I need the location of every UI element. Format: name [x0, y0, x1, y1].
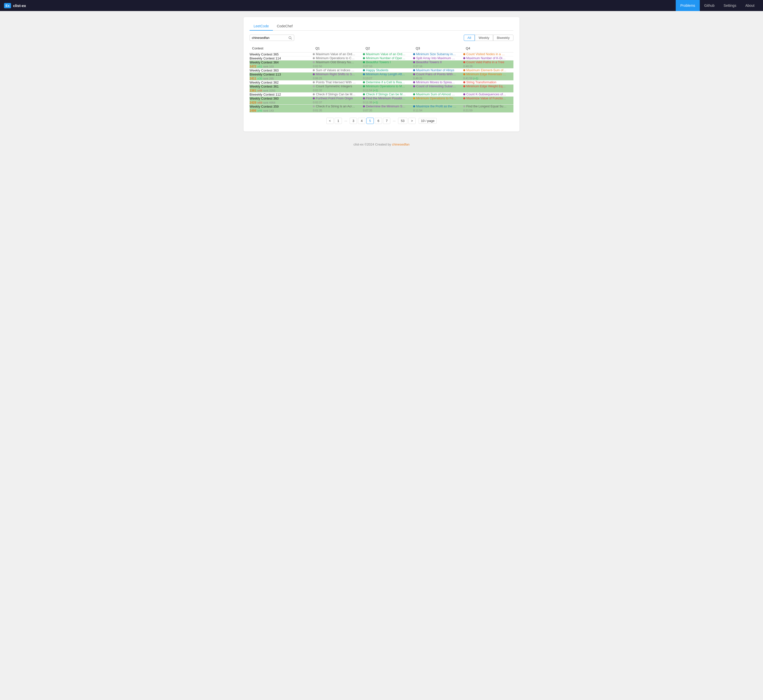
- problem-link[interactable]: Minimum Moves to Spread Stone...: [416, 81, 456, 84]
- problem-cell: Minimum Size Subarray in Infinite...: [413, 52, 463, 56]
- page-53[interactable]: 53: [398, 118, 407, 124]
- page-4[interactable]: 4: [358, 118, 365, 124]
- problem-link[interactable]: Split Array Into Maximum Numbe...: [416, 56, 456, 60]
- th-contest: Contest: [250, 44, 313, 52]
- page-1[interactable]: 1: [335, 118, 342, 124]
- problem-link[interactable]: Find the Minimum Possible Sum ...: [366, 97, 406, 100]
- problem-link[interactable]: Points That Intersect With Cars: [316, 81, 356, 84]
- problem-link[interactable]: Maximize Value of Function in a ...: [466, 97, 506, 100]
- problem-link[interactable]: Determine if a Cell Is Reachable ...: [366, 81, 406, 84]
- problem-link[interactable]: Beautiful Towers I: [366, 61, 390, 64]
- problem-link[interactable]: Determine the Minimum Sum of ...: [366, 105, 406, 108]
- problem-cell: Minimum Moves to Spread Stone...: [413, 81, 463, 84]
- nav-about[interactable]: About: [741, 0, 759, 11]
- nav-settings[interactable]: Settings: [719, 0, 741, 11]
- problem-link[interactable]: Check if Strings Can be Made Eq...: [366, 92, 406, 96]
- filter-all[interactable]: All: [464, 34, 475, 41]
- table-row: Weekly Contest 3612381 ∨48 rank 3250 Cou…: [250, 84, 513, 92]
- problem-link[interactable]: Minimum Edge Reversals So Ever: [466, 72, 506, 76]
- problem-link[interactable]: Maximum Number of K-Divisible ...: [466, 56, 506, 60]
- th-q3: Q3: [413, 44, 463, 52]
- problem-cell: Maximum Value of an Ordered Tri...: [313, 52, 363, 56]
- pagination: < 1 ··· 3 4 5 6 7 ··· 53 > 10 / page: [250, 118, 513, 124]
- problem-link[interactable]: Count Symmetric Integers: [316, 84, 352, 88]
- problem-link[interactable]: Minimum Number of Operations t...: [366, 56, 406, 60]
- problem-link[interactable]: Maximum Value of an Ordered Tri...: [316, 52, 356, 56]
- filter-biweekly[interactable]: Biweekly: [493, 34, 513, 41]
- contest-name: Weekly Contest 365: [250, 52, 313, 56]
- problem-cell: Maximum Sum of Almost Unique ...: [413, 92, 463, 96]
- footer-text: clist-ex ©2024 Created by: [353, 142, 392, 146]
- problem-cell: Maximize Value of Function in a ...: [463, 97, 513, 100]
- problem-cell: Maximum Element-Sum of a Co...: [463, 69, 513, 72]
- problem-link[interactable]: Beautiful Towers II: [416, 61, 442, 64]
- problem-cell: Determine if a Cell Is Reachable ...: [363, 81, 413, 84]
- page-7[interactable]: 7: [383, 118, 390, 124]
- problem-cell: Furthest Point From Origin 0:02:37: [313, 97, 363, 104]
- problem-link[interactable]: Count K-Subsequences of a Strin...: [466, 92, 506, 96]
- problem-link[interactable]: Maximize the Profit as the Sales...: [416, 105, 456, 108]
- tab-leetcode[interactable]: LeetCode: [250, 22, 273, 31]
- problem-link[interactable]: String Transformation: [466, 81, 496, 84]
- problem-link[interactable]: Minimum Operations to Form Su...: [416, 97, 456, 100]
- footer: clist-ex ©2024 Created by chinesedfan: [0, 138, 763, 151]
- filter-weekly[interactable]: Weekly: [475, 34, 493, 41]
- problem-link[interactable]: Count Pairs of Points With Distan...: [416, 72, 456, 76]
- table-row: Biweekly Contest 1132411 ∧30 rank 265 Mi…: [250, 72, 513, 81]
- contest-name: Weekly Contest 364: [250, 61, 313, 64]
- problem-link[interactable]: Sum of Values at Indices With K ...: [316, 69, 356, 72]
- problem-cell: Count of Interesting Subarrays: [413, 84, 463, 88]
- search-icon[interactable]: [289, 36, 292, 40]
- table-row: Biweekly Contest 112 Check if Strings Ca…: [250, 92, 513, 97]
- problem-link[interactable]: Maximum Sum of Almost Unique ...: [416, 92, 456, 96]
- problem-cell: Minimum Operations to Form Su...: [413, 97, 463, 100]
- page-5[interactable]: 5: [367, 118, 374, 124]
- problem-link[interactable]: Maximum Odd Binary Number: [316, 61, 356, 64]
- footer-author[interactable]: chinesedfan: [392, 142, 410, 146]
- problem-link[interactable]: Check if a String Is an Acronym o...: [316, 105, 356, 108]
- problem-link[interactable]: Count Visited Nodes in a Directe...: [466, 52, 506, 56]
- table-row: Weekly Contest 362 Points That Intersect…: [250, 81, 513, 84]
- problem-link[interactable]: Minimum Edge Weight Equilibriu...: [466, 84, 506, 88]
- nav-github[interactable]: Github: [700, 0, 719, 11]
- problem-link[interactable]: Minimum Operations to Make a S...: [366, 84, 406, 88]
- th-q4: Q4: [463, 44, 513, 52]
- problem-cell: Check if a String Is an Acronym o... 0:0…: [313, 105, 363, 112]
- table-row: Biweekly Contest 114 Minimum Operations …: [250, 56, 513, 61]
- per-page-select[interactable]: 10 / page: [419, 118, 437, 124]
- page-next[interactable]: >: [408, 118, 416, 124]
- main-container: LeetCode CodeChef All Weekly Biweekly Co…: [243, 17, 520, 131]
- problem-cell: Count Pairs of Points With Distan... 0:4…: [413, 72, 463, 80]
- search-input[interactable]: [252, 36, 287, 40]
- problem-cell: Minimum Array Length After Pair ... 0:13…: [363, 72, 413, 80]
- table-row: Weekly Contest 365 Maximum Value of an O…: [250, 52, 513, 56]
- problem-cell: Check if Strings Can be Made Eq...: [363, 92, 413, 96]
- problem-link[interactable]: Minimum Operations to Collect E...: [316, 56, 356, 60]
- problem-link[interactable]: Minimum Size Subarray in Infinite...: [416, 52, 456, 56]
- problem-cell: Count Valid Paths in a Tree 0:40:28: [463, 61, 513, 68]
- problem-cell: Minimum Right Shifts to Sort the ... 0:0…: [313, 72, 363, 80]
- page-prev[interactable]: <: [326, 118, 334, 124]
- problem-link[interactable]: Minimum Array Length After Pair ...: [366, 72, 406, 76]
- problem-link[interactable]: Furthest Point From Origin: [316, 97, 353, 100]
- contest-name: Weekly Contest 360: [250, 97, 313, 100]
- page-6[interactable]: 6: [375, 118, 382, 124]
- problem-link[interactable]: Count Valid Paths in a Tree: [466, 61, 504, 64]
- problem-link[interactable]: Minimum Right Shifts to Sort the ...: [316, 72, 356, 76]
- problem-link[interactable]: Happy Students: [366, 69, 388, 72]
- problem-cell: Check if Strings Can be Made Eq...: [313, 92, 363, 96]
- problem-link[interactable]: Maximum Element-Sum of a Co...: [466, 69, 506, 72]
- logo: Ex: [4, 3, 11, 8]
- problem-link[interactable]: Count of Interesting Subarrays: [416, 84, 456, 88]
- problem-cell: Maximum Odd Binary Number 0:02:50: [313, 61, 363, 68]
- page-3[interactable]: 3: [350, 118, 357, 124]
- problem-cell: Minimum Operations to Make a S... 0:11:5…: [363, 84, 413, 92]
- problem-link[interactable]: Maximum Value of an Ordered Tri...: [366, 52, 406, 56]
- tab-codechef[interactable]: CodeChef: [273, 22, 297, 31]
- problem-cell: Maximize the Profit as the Sales... 0:11…: [413, 105, 463, 112]
- problem-link[interactable]: Maximum Number of Alloys: [416, 69, 454, 72]
- search-box: [250, 34, 294, 41]
- problem-link[interactable]: Find the Longest Equal Subarray: [466, 105, 506, 108]
- nav-problems[interactable]: Problems: [676, 0, 699, 11]
- problem-link[interactable]: Check if Strings Can be Made Eq...: [316, 92, 356, 96]
